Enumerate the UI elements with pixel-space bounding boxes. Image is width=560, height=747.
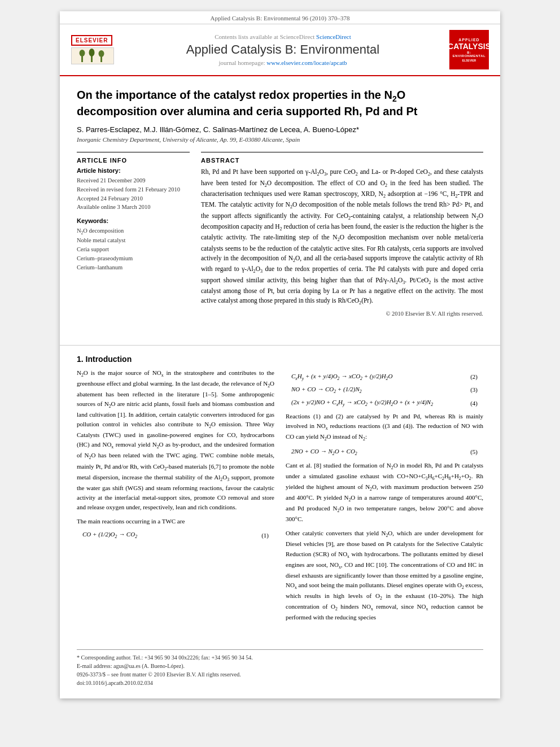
article-info-box: Article Info Article history: Received 2… xyxy=(77,152,190,272)
journal-title: Applied Catalysis B: Environmental xyxy=(128,42,438,57)
cant-paragraph: Cant et al. [8] studied the formation of… xyxy=(286,461,483,525)
equation-1: CO + (1/2)O2 → CO2 xyxy=(82,531,137,539)
page: Applied Catalysis B: Environmental 96 (2… xyxy=(60,11,500,698)
reaction-note: Reactions (1) and (2) are catalysed by P… xyxy=(286,412,483,443)
footnote-section: * Corresponding author. Tel.: +34 965 90… xyxy=(60,649,500,698)
journal-homepage: journal homepage: www.elsevier.com/locat… xyxy=(128,59,438,66)
right-column: Abstract Rh, Pd and Pt have been support… xyxy=(201,152,483,324)
left-column: Article Info Article history: Received 2… xyxy=(77,152,190,324)
equation-5: 2NO + CO → N2O + CO2 xyxy=(291,448,357,456)
footnote-email: E-mail address: agus@ua.es (A. Bueno-Lóp… xyxy=(77,662,483,670)
available-date: Available online 3 March 2010 xyxy=(77,203,190,212)
article-info-section-label: Article Info xyxy=(77,157,190,164)
logo-bottom-text: B: ENVIRONMENTAL xyxy=(452,51,487,58)
header-left: ELSEVIER xyxy=(71,33,128,67)
equation-5-block: 2NO + CO → N2O + CO2 (5) xyxy=(286,448,483,456)
sciencedirect-link: Contents lists available at ScienceDirec… xyxy=(128,33,438,40)
diesel-paragraph: Other catalytic converters that yield N2… xyxy=(286,528,483,622)
logo-publisher: ELSEVIER xyxy=(462,59,476,62)
homepage-url[interactable]: www.elsevier.com/locate/apcatb xyxy=(266,59,347,66)
footnote-corresponding: * Corresponding author. Tel.: +34 965 90… xyxy=(77,653,483,662)
elsevier-tree-svg xyxy=(78,49,107,63)
abstract-section-label: Abstract xyxy=(201,157,483,164)
article-content: On the importance of the catalyst redox … xyxy=(60,76,500,336)
footnote-doi: doi:10.1016/j.apcatb.2010.02.034 xyxy=(77,679,483,687)
accepted-date: Accepted 24 February 2010 xyxy=(77,194,190,203)
equation-1-block: CO + (1/2)O2 → CO2 (1) xyxy=(77,531,274,539)
abstract-box: Abstract Rh, Pd and Pt have been support… xyxy=(201,152,483,316)
logo-main-text: CATALYSIS xyxy=(448,42,491,51)
equation-2: CxHy + (x + y/4)O2 → xCO2 + (y/2)H2O xyxy=(291,373,392,381)
sciencedirect-anchor[interactable]: ScienceDirect xyxy=(316,33,351,40)
body-left: N2O is the major source of NOx in the st… xyxy=(77,368,274,627)
article-two-col: Article Info Article history: Received 2… xyxy=(77,152,483,324)
equation-2-block: CxHy + (x + y/4)O2 → xCO2 + (y/2)H2O (2) xyxy=(286,373,483,381)
svg-point-5 xyxy=(99,50,104,57)
footnote-area: * Corresponding author. Tel.: +34 965 90… xyxy=(77,649,483,687)
svg-point-3 xyxy=(89,49,95,56)
received-date: Received 21 December 2009 xyxy=(77,176,190,185)
introduction-heading: 1. Introduction xyxy=(77,355,483,364)
keywords-label: Keywords: xyxy=(77,217,190,224)
email-value: agus@ua.es (A. Bueno-López). xyxy=(113,663,185,669)
keyword-3: Ceria support xyxy=(77,245,190,254)
equation-2-num: (2) xyxy=(461,373,478,380)
catalysis-logo: APPLIED CATALYSIS B: ENVIRONMENTAL ELSEV… xyxy=(449,30,489,69)
header-right: APPLIED CATALYSIS B: ENVIRONMENTAL ELSEV… xyxy=(438,30,489,69)
equation-4-num: (4) xyxy=(461,400,478,407)
abstract-text: Rh, Pd and Pt have been supported on γ-A… xyxy=(201,167,483,307)
affiliation: Inorganic Chemistry Department, Universi… xyxy=(77,136,483,143)
email-label: E-mail address: xyxy=(77,663,112,669)
body-right: CxHy + (x + y/4)O2 → xCO2 + (y/2)H2O (2)… xyxy=(286,368,483,627)
equation-4: (2x + y/2)NO + CxHy → xCO2 + (y/2)H2O + … xyxy=(291,399,433,407)
equation-3-block: NO + CO → CO2 + (1/2)N2 (3) xyxy=(286,386,483,394)
footnote-issn: 0926-3373/$ – see front matter © 2010 El… xyxy=(77,670,483,679)
top-bar: Applied Catalysis B: Environmental 96 (2… xyxy=(60,11,500,24)
header-center: Contents lists available at ScienceDirec… xyxy=(128,33,438,66)
equation-3: NO + CO → CO2 + (1/2)N2 xyxy=(291,386,362,394)
equation-1-num: (1) xyxy=(252,532,269,539)
article-history-label: Article history: xyxy=(77,167,190,174)
body-two-col: N2O is the major source of NOx in the st… xyxy=(77,368,483,627)
svg-point-1 xyxy=(80,50,85,56)
journal-citation: Applied Catalysis B: Environmental 96 (2… xyxy=(211,15,350,21)
journal-header: ELSEVIER Contents lis xyxy=(60,24,500,76)
content-divider xyxy=(60,345,500,346)
keyword-5: Cerium–lanthanum xyxy=(77,263,190,272)
keyword-2: Noble metal catalyst xyxy=(77,236,190,245)
keyword-4: Cerium–praseodymium xyxy=(77,254,190,263)
revised-date: Received in revised form 21 February 201… xyxy=(77,185,190,194)
intro-paragraph-2: The main reactions occurring in a TWC ar… xyxy=(77,517,274,526)
elsevier-tree-logo xyxy=(71,47,114,64)
equation-3-num: (3) xyxy=(461,386,478,393)
intro-paragraph-1: N2O is the major source of NOx in the st… xyxy=(77,368,274,512)
body-content: 1. Introduction N2O is the major source … xyxy=(60,355,500,639)
elsevier-logo: ELSEVIER xyxy=(71,33,128,67)
equation-5-num: (5) xyxy=(461,448,478,455)
authors: S. Parres-Esclapez, M.J. Illán-Gómez, C.… xyxy=(77,125,483,134)
copyright: © 2010 Elsevier B.V. All rights reserved… xyxy=(201,311,483,317)
article-title: On the importance of the catalyst redox … xyxy=(77,88,483,119)
logo-top-text: APPLIED xyxy=(458,38,479,42)
equation-4-block: (2x + y/2)NO + CxHy → xCO2 + (y/2)H2O + … xyxy=(286,399,483,407)
elsevier-text: ELSEVIER xyxy=(71,35,112,46)
keyword-1: N2O decomposition xyxy=(77,226,190,236)
